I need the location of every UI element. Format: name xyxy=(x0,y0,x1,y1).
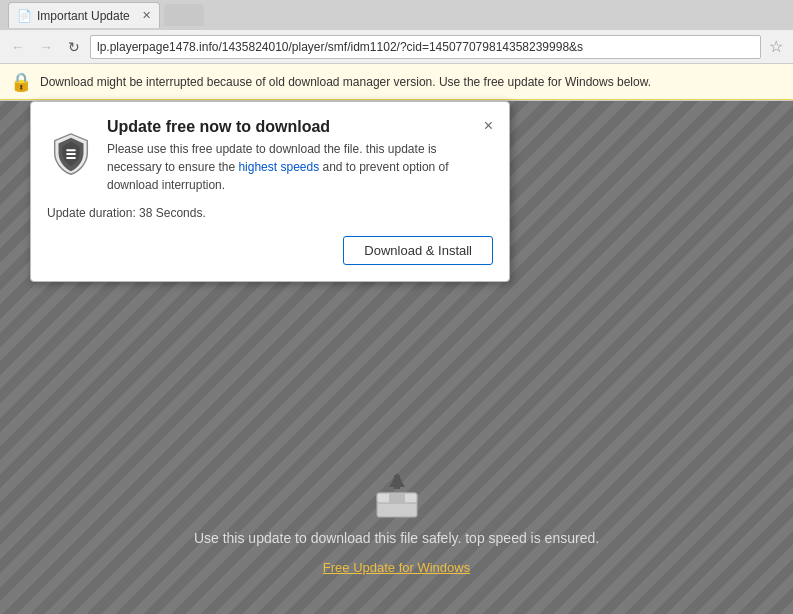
navigation-bar: ← → ↻ lp.playerpage1478.info/1435824010/… xyxy=(0,30,793,64)
popup-dialog: Update free now to download Please use t… xyxy=(30,101,510,282)
popup-duration: Update duration: 38 Seconds. xyxy=(47,206,493,220)
shield-icon xyxy=(50,132,92,180)
inactive-tab[interactable] xyxy=(164,4,204,26)
svg-rect-2 xyxy=(66,157,76,159)
refresh-button[interactable]: ↻ xyxy=(62,35,86,59)
shield-icon-wrapper xyxy=(47,130,95,182)
page-bottom-text: Use this update to download this file sa… xyxy=(194,530,599,546)
download-box-icon xyxy=(371,470,423,518)
active-tab[interactable]: 📄 Important Update ✕ xyxy=(8,2,160,28)
active-tab-label: Important Update xyxy=(37,9,130,23)
download-install-button[interactable]: Download & Install xyxy=(343,236,493,265)
browser-chrome: 📄 Important Update ✕ ← → ↻ lp.playerpage… xyxy=(0,0,793,101)
highlight-phrase: highest speeds xyxy=(238,160,319,174)
download-icon-area: Use this update to download this file sa… xyxy=(194,470,599,575)
warning-text: Download might be interrupted because of… xyxy=(40,75,651,89)
popup-actions: Download & Install xyxy=(47,236,493,265)
svg-rect-5 xyxy=(389,493,405,503)
svg-rect-7 xyxy=(394,475,400,489)
download-icon xyxy=(371,469,423,519)
svg-rect-1 xyxy=(66,153,76,155)
bookmark-button[interactable]: ☆ xyxy=(765,37,787,56)
page-content: Update free now to download Please use t… xyxy=(0,101,793,614)
popup-title: Update free now to download xyxy=(107,118,484,136)
title-bar: 📄 Important Update ✕ xyxy=(0,0,793,30)
address-bar[interactable]: lp.playerpage1478.info/1435824010/player… xyxy=(90,35,761,59)
popup-header: Update free now to download Please use t… xyxy=(47,118,493,194)
warning-bar: 🔒 Download might be interrupted because … xyxy=(0,64,793,100)
tab-page-icon: 📄 xyxy=(17,9,31,23)
popup-title-text: Update free now to download Please use t… xyxy=(107,118,484,194)
tab-close-button[interactable]: ✕ xyxy=(142,9,151,22)
warning-icon: 🔒 xyxy=(10,71,32,93)
forward-button[interactable]: → xyxy=(34,35,58,59)
svg-rect-0 xyxy=(66,149,76,151)
back-button[interactable]: ← xyxy=(6,35,30,59)
popup-close-button[interactable]: × xyxy=(484,118,493,134)
popup-body-text: Please use this free update to download … xyxy=(107,140,484,194)
address-text: lp.playerpage1478.info/1435824010/player… xyxy=(97,40,754,54)
free-update-link[interactable]: Free Update for Windows xyxy=(323,560,470,575)
popup-title-row: Update free now to download Please use t… xyxy=(47,118,484,194)
